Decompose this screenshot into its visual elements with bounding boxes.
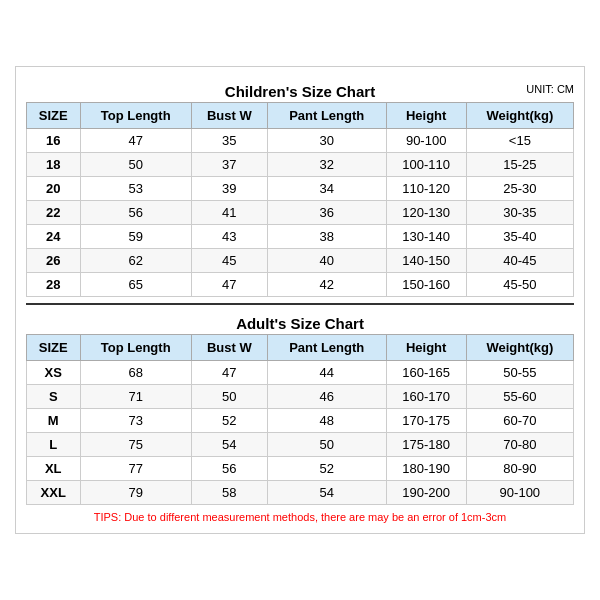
table-cell: 39 [191, 177, 267, 201]
children-header-row: SIZE Top Length Bust W Pant Length Heigh… [27, 103, 574, 129]
table-cell: 40 [267, 249, 386, 273]
table-cell: 180-190 [386, 457, 466, 481]
table-cell: 35 [191, 129, 267, 153]
table-cell: XS [27, 361, 81, 385]
table-cell: L [27, 433, 81, 457]
table-cell: 110-120 [386, 177, 466, 201]
table-row: 20533934110-12025-30 [27, 177, 574, 201]
table-cell: 56 [80, 201, 191, 225]
table-cell: 54 [191, 433, 267, 457]
table-cell: 22 [27, 201, 81, 225]
table-cell: 80-90 [466, 457, 573, 481]
table-cell: 50 [191, 385, 267, 409]
table-cell: 16 [27, 129, 81, 153]
adult-header-row: SIZE Top Length Bust W Pant Length Heigh… [27, 335, 574, 361]
unit-label: UNIT: CM [526, 83, 574, 95]
adult-col-weight: Weight(kg) [466, 335, 573, 361]
adult-title-text: Adult's Size Chart [236, 315, 364, 332]
table-cell: 32 [267, 153, 386, 177]
table-row: 22564136120-13030-35 [27, 201, 574, 225]
adult-col-height: Height [386, 335, 466, 361]
children-col-size: SIZE [27, 103, 81, 129]
table-row: 28654742150-16045-50 [27, 273, 574, 297]
table-cell: 65 [80, 273, 191, 297]
table-cell: XL [27, 457, 81, 481]
adult-col-top-length: Top Length [80, 335, 191, 361]
table-cell: S [27, 385, 81, 409]
table-cell: 30-35 [466, 201, 573, 225]
adult-col-size: SIZE [27, 335, 81, 361]
table-cell: 54 [267, 481, 386, 505]
table-cell: 55-60 [466, 385, 573, 409]
table-cell: 68 [80, 361, 191, 385]
adult-table-body: XS684744160-16550-55S715046160-17055-60M… [27, 361, 574, 505]
table-cell: 71 [80, 385, 191, 409]
table-cell: 47 [191, 361, 267, 385]
table-cell: 25-30 [466, 177, 573, 201]
table-cell: 130-140 [386, 225, 466, 249]
table-cell: 41 [191, 201, 267, 225]
table-cell: 160-165 [386, 361, 466, 385]
table-cell: M [27, 409, 81, 433]
table-cell: 100-110 [386, 153, 466, 177]
children-col-pant-length: Pant Length [267, 103, 386, 129]
table-row: XS684744160-16550-55 [27, 361, 574, 385]
table-cell: 47 [191, 273, 267, 297]
table-cell: 24 [27, 225, 81, 249]
table-cell: 30 [267, 129, 386, 153]
table-cell: 79 [80, 481, 191, 505]
table-cell: 15-25 [466, 153, 573, 177]
table-cell: 38 [267, 225, 386, 249]
table-cell: 75 [80, 433, 191, 457]
table-cell: 34 [267, 177, 386, 201]
table-cell: 60-70 [466, 409, 573, 433]
section-divider [26, 303, 574, 305]
table-row: 1647353090-100<15 [27, 129, 574, 153]
table-cell: <15 [466, 129, 573, 153]
table-cell: XXL [27, 481, 81, 505]
table-cell: 45 [191, 249, 267, 273]
children-col-bust-w: Bust W [191, 103, 267, 129]
table-cell: 35-40 [466, 225, 573, 249]
table-cell: 53 [80, 177, 191, 201]
children-section-title: Children's Size Chart UNIT: CM [26, 77, 574, 102]
table-cell: 47 [80, 129, 191, 153]
table-cell: 45-50 [466, 273, 573, 297]
table-cell: 73 [80, 409, 191, 433]
children-title-text: Children's Size Chart [225, 83, 375, 100]
table-cell: 28 [27, 273, 81, 297]
size-chart-container: Children's Size Chart UNIT: CM SIZE Top … [15, 66, 585, 534]
table-cell: 26 [27, 249, 81, 273]
table-cell: 90-100 [466, 481, 573, 505]
table-cell: 70-80 [466, 433, 573, 457]
table-row: S715046160-17055-60 [27, 385, 574, 409]
table-cell: 18 [27, 153, 81, 177]
table-cell: 37 [191, 153, 267, 177]
table-cell: 50 [80, 153, 191, 177]
table-cell: 50-55 [466, 361, 573, 385]
table-row: XL775652180-19080-90 [27, 457, 574, 481]
table-row: M735248170-17560-70 [27, 409, 574, 433]
table-row: 26624540140-15040-45 [27, 249, 574, 273]
table-cell: 150-160 [386, 273, 466, 297]
table-cell: 175-180 [386, 433, 466, 457]
children-size-table: SIZE Top Length Bust W Pant Length Heigh… [26, 102, 574, 297]
table-cell: 170-175 [386, 409, 466, 433]
table-cell: 56 [191, 457, 267, 481]
table-cell: 40-45 [466, 249, 573, 273]
table-cell: 90-100 [386, 129, 466, 153]
table-cell: 42 [267, 273, 386, 297]
table-cell: 140-150 [386, 249, 466, 273]
table-cell: 50 [267, 433, 386, 457]
adult-col-pant-length: Pant Length [267, 335, 386, 361]
table-row: XXL795854190-20090-100 [27, 481, 574, 505]
table-cell: 77 [80, 457, 191, 481]
table-cell: 62 [80, 249, 191, 273]
tips-text: TIPS: Due to different measurement metho… [26, 511, 574, 523]
table-cell: 52 [267, 457, 386, 481]
adult-size-table: SIZE Top Length Bust W Pant Length Heigh… [26, 334, 574, 505]
table-cell: 48 [267, 409, 386, 433]
children-col-weight: Weight(kg) [466, 103, 573, 129]
table-cell: 44 [267, 361, 386, 385]
table-cell: 46 [267, 385, 386, 409]
